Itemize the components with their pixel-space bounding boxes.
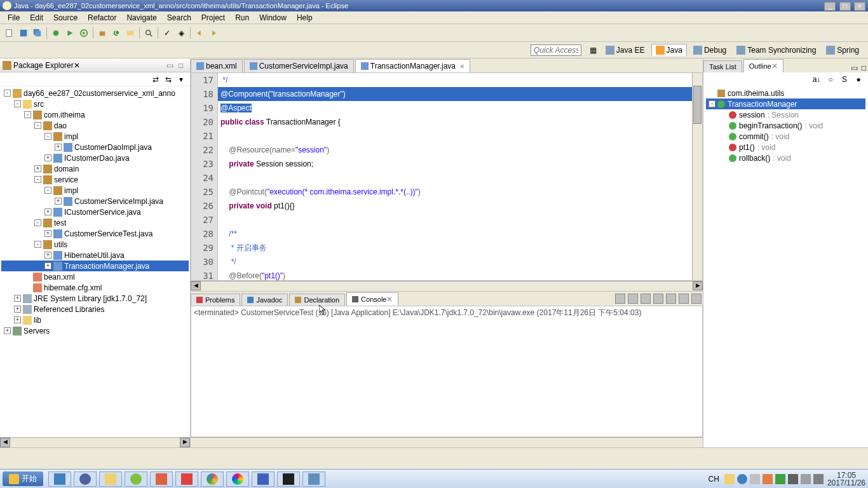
- tree-toggle[interactable]: -: [24, 111, 31, 118]
- code-line[interactable]: public class TransactionManager {: [218, 115, 702, 129]
- code-line[interactable]: @Resource(name="session"): [218, 143, 702, 157]
- tree-item[interactable]: -dao: [1, 120, 189, 131]
- tray-icon-6[interactable]: [788, 474, 798, 484]
- minimize-button[interactable]: _: [824, 2, 836, 11]
- center-bottom-scrollbar[interactable]: [191, 437, 703, 447]
- tree-toggle[interactable]: -: [4, 90, 11, 97]
- outline-maximize-button[interactable]: □: [860, 64, 868, 72]
- save-button[interactable]: [17, 27, 30, 39]
- perspective-debug[interactable]: Debug: [689, 44, 730, 56]
- tree-toggle[interactable]: +: [44, 262, 51, 269]
- console-display-button[interactable]: [691, 294, 702, 304]
- tree-toggle[interactable]: +: [44, 154, 51, 161]
- tree-toggle[interactable]: +: [44, 230, 51, 237]
- tree-item[interactable]: hibernate.cfg.xml: [1, 282, 189, 293]
- tree-item[interactable]: +HibernateUtil.java: [1, 250, 189, 261]
- tree-item[interactable]: -impl: [1, 185, 189, 196]
- taskbar-eclipse[interactable]: [74, 471, 97, 487]
- tree-toggle[interactable]: -: [709, 100, 715, 107]
- tree-item[interactable]: -day66_ee287_02customerservice_xml_anno: [1, 88, 189, 98]
- outline-item[interactable]: session: Session: [706, 109, 865, 120]
- tree-toggle[interactable]: +: [14, 306, 21, 313]
- perspective-team-synchronizing[interactable]: Team Synchronizing: [733, 44, 820, 56]
- save-all-button[interactable]: [31, 27, 44, 39]
- tab-close-button[interactable]: ✕: [386, 295, 393, 304]
- collapse-all-button[interactable]: ⇄: [150, 74, 161, 85]
- editor-tab[interactable]: bean.xml: [191, 59, 243, 72]
- taskbar-cmd[interactable]: [277, 471, 300, 487]
- perspective-spring[interactable]: Spring: [822, 44, 863, 56]
- new-package-button[interactable]: [96, 27, 109, 39]
- close-button[interactable]: ×: [854, 2, 865, 11]
- tree-item[interactable]: +TransactionManager.java: [1, 261, 189, 271]
- toggle-mark-button[interactable]: ✓: [161, 27, 173, 39]
- tree-toggle[interactable]: +: [14, 316, 21, 323]
- menu-navigate[interactable]: Navigate: [121, 12, 161, 24]
- tree-toggle[interactable]: +: [55, 144, 62, 151]
- outline-item[interactable]: rollback(): void: [706, 152, 865, 163]
- menu-file[interactable]: File: [3, 12, 25, 24]
- code-line[interactable]: /**: [218, 227, 702, 241]
- tree-item[interactable]: +ICustomerDao.java: [1, 152, 189, 163]
- back-button[interactable]: [193, 27, 206, 39]
- tree-item[interactable]: +CustomerServiceImpl.java: [1, 196, 189, 207]
- tray-icon-2[interactable]: [737, 474, 747, 484]
- menu-source[interactable]: Source: [48, 12, 83, 24]
- tree-item[interactable]: bean.xml: [1, 271, 189, 282]
- console-pin-button[interactable]: [679, 294, 689, 304]
- hide-fields-button[interactable]: ○: [824, 73, 837, 86]
- annotation-button[interactable]: ◈: [175, 27, 187, 39]
- code-line[interactable]: @Before("pt1()"): [218, 269, 702, 280]
- tree-item[interactable]: +domain: [1, 163, 189, 174]
- tree-item[interactable]: +CustomerDaoImpl.java: [1, 142, 189, 152]
- taskbar-app1[interactable]: [125, 471, 147, 487]
- view-menu-button[interactable]: ▾: [175, 74, 187, 85]
- taskbar-word[interactable]: [252, 471, 275, 487]
- taskbar-app5[interactable]: [302, 471, 325, 487]
- package-tree[interactable]: -day66_ee287_02customerservice_xml_anno-…: [0, 86, 190, 437]
- new-button[interactable]: [3, 27, 16, 39]
- open-type-button[interactable]: [124, 27, 137, 39]
- taskbar-explorer[interactable]: [48, 471, 71, 487]
- start-button[interactable]: 开始: [3, 471, 43, 486]
- hide-static-button[interactable]: S: [838, 73, 851, 86]
- run-last-button[interactable]: [78, 27, 90, 39]
- ime-indicator[interactable]: CH: [709, 475, 719, 484]
- outline-item[interactable]: commit(): void: [706, 131, 865, 142]
- tray-icon-3[interactable]: [750, 474, 760, 484]
- tree-toggle[interactable]: +: [4, 327, 11, 334]
- left-scrollbar[interactable]: ◀ ▶: [0, 437, 190, 447]
- view-minimize-button[interactable]: ▭: [166, 61, 175, 70]
- console-terminate-button[interactable]: [615, 294, 625, 304]
- taskbar-chrome[interactable]: [201, 471, 224, 487]
- tab-close-button[interactable]: ✕: [459, 63, 465, 70]
- new-class-button[interactable]: C: [110, 27, 123, 39]
- taskbar-app3[interactable]: [175, 471, 198, 487]
- menu-window[interactable]: Window: [254, 12, 292, 24]
- hide-nonpublic-button[interactable]: ●: [852, 73, 865, 86]
- code-line[interactable]: [218, 213, 702, 227]
- sort-button[interactable]: a↓: [810, 73, 823, 86]
- outline-item[interactable]: pt1(): void: [706, 142, 865, 152]
- code-editor[interactable]: 171819202122232425262728293031 */@Compon…: [191, 72, 703, 281]
- tree-toggle[interactable]: -: [34, 176, 41, 183]
- menu-edit[interactable]: Edit: [25, 12, 48, 24]
- view-maximize-button[interactable]: □: [179, 61, 187, 70]
- console-remove-button[interactable]: [628, 294, 638, 304]
- tree-item[interactable]: -test: [1, 217, 189, 228]
- menu-project[interactable]: Project: [196, 12, 230, 24]
- console-clear-button[interactable]: [653, 294, 663, 304]
- tray-icon-4[interactable]: [763, 474, 773, 484]
- code-line[interactable]: [218, 129, 702, 143]
- scroll-right-button[interactable]: ▶: [693, 281, 703, 290]
- menu-run[interactable]: Run: [230, 12, 254, 24]
- tray-icon-1[interactable]: [724, 474, 735, 484]
- tree-toggle[interactable]: +: [14, 295, 21, 302]
- tree-toggle[interactable]: +: [44, 252, 51, 259]
- tree-toggle[interactable]: -: [34, 122, 41, 129]
- code-line[interactable]: */: [218, 73, 702, 87]
- bottom-tab-declaration[interactable]: Declaration: [289, 294, 345, 306]
- code-line[interactable]: @Component("transactionManager"): [218, 87, 702, 101]
- editor-tab[interactable]: CustomerServiceImpl.java: [244, 59, 354, 72]
- outline-tab-outline[interactable]: Outline ✕: [743, 59, 783, 72]
